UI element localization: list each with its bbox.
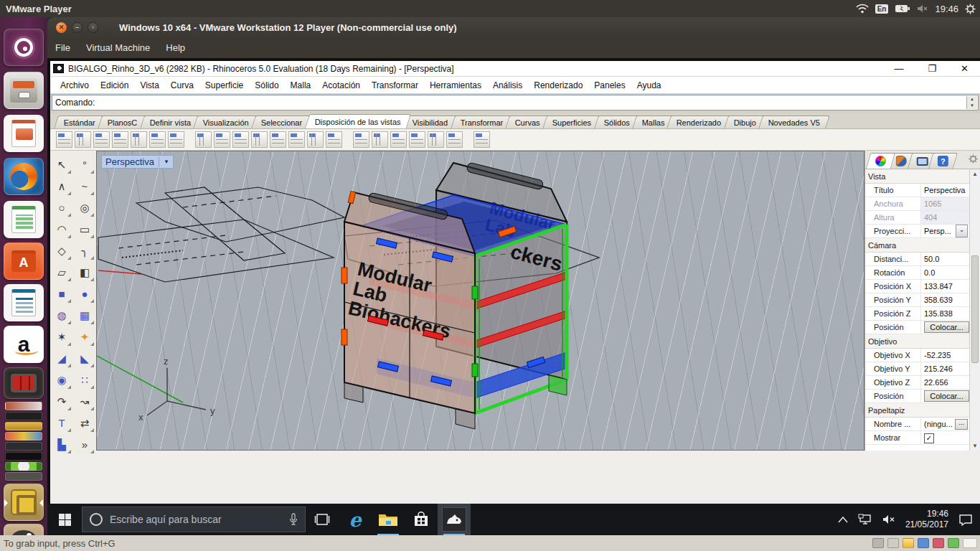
palette-tool-icon[interactable]: ◠ <box>52 220 72 239</box>
property-row[interactable]: Mostrar <box>865 431 969 445</box>
launcher-ubuntu-dash-icon[interactable] <box>4 29 44 66</box>
palette-tool-icon[interactable]: ∧ <box>52 176 72 196</box>
toolbar-icon[interactable] <box>251 131 268 148</box>
rhino-taskbar-icon[interactable] <box>438 504 471 535</box>
toolbar-icon[interactable] <box>353 131 369 148</box>
toolbar-tab[interactable]: Definir vista <box>140 116 201 128</box>
palette-tool-icon[interactable]: ○ <box>52 198 72 217</box>
panel-tab-help[interactable]: ? <box>928 153 958 169</box>
property-row[interactable]: Nombre ...(ningu... <box>865 418 969 431</box>
rhino-menu-item[interactable]: Edición <box>95 78 134 93</box>
toolbar-icon[interactable] <box>149 131 166 148</box>
property-row[interactable]: Anchura1065 <box>865 197 969 211</box>
scroll-down-arrow-icon[interactable]: ▼ <box>970 443 980 449</box>
palette-tool-icon[interactable]: ╮ <box>75 241 95 260</box>
property-row[interactable]: Rotación0.0 <box>865 266 969 280</box>
toolbar-tab[interactable]: Renderizado <box>666 116 731 128</box>
property-row[interactable]: Altura404 <box>865 211 969 225</box>
palette-tool-icon[interactable]: ↷ <box>52 392 72 411</box>
store-taskbar-icon[interactable] <box>405 504 438 535</box>
palette-tool-icon[interactable]: ◍ <box>52 306 72 325</box>
launcher-stacked-app-icon[interactable] <box>5 442 42 451</box>
volume-muted-icon[interactable] <box>917 4 928 13</box>
ubuntu-clock[interactable]: 19:46 <box>935 4 958 14</box>
indicator-icon[interactable] <box>948 538 959 548</box>
toolbar-icon[interactable] <box>326 131 342 148</box>
viewport-menu-arrow-icon[interactable]: ▼ <box>164 159 169 165</box>
rhino-minimize-button[interactable]: — <box>894 63 903 74</box>
toolbar-tab[interactable]: Transformar <box>451 116 513 128</box>
property-row[interactable]: Posición Y358.639 <box>865 293 969 307</box>
launcher-libreoffice-impress-icon[interactable] <box>4 115 44 152</box>
rhino-menu-item[interactable]: Transformar <box>366 78 424 93</box>
palette-tool-icon[interactable]: T <box>52 413 72 433</box>
indicator-display-icon[interactable] <box>918 538 929 548</box>
perspective-viewport[interactable]: Perspectiva ▼ <box>96 151 864 451</box>
rhino-menu-item[interactable]: Renderizado <box>528 78 588 93</box>
launcher-libreoffice-calc-icon[interactable] <box>4 201 44 238</box>
palette-tool-icon[interactable]: ● <box>75 284 95 303</box>
palette-tool-icon[interactable]: ◎ <box>75 198 95 217</box>
property-row[interactable]: Objetivo Y215.246 <box>865 362 969 376</box>
keyboard-layout-indicator[interactable]: En <box>875 4 889 14</box>
panel-gear-icon[interactable] <box>969 154 978 166</box>
toolbar-tab[interactable]: Seleccionar <box>251 116 312 128</box>
palette-tool-icon[interactable]: ▱ <box>52 263 72 282</box>
viewport-title[interactable]: Perspectiva ▼ <box>101 155 174 169</box>
indicator-icon[interactable] <box>872 538 884 548</box>
toolbar-icon[interactable] <box>232 131 249 148</box>
palette-tool-icon[interactable]: ° <box>75 155 95 174</box>
rhino-menu-item[interactable]: Malla <box>285 78 317 93</box>
property-row[interactable]: Proyecci...Persp... <box>865 225 969 238</box>
toolbar-icon[interactable] <box>288 131 305 148</box>
toolbar-tab[interactable]: Superficies <box>542 116 601 128</box>
rhino-menu-item[interactable]: Sólido <box>249 78 284 93</box>
palette-tool-icon[interactable]: ✦ <box>75 327 95 347</box>
file-explorer-taskbar-icon[interactable] <box>372 504 405 535</box>
rhino-menu-item[interactable]: Superficie <box>199 78 249 93</box>
rhino-menu-item[interactable]: Vista <box>134 78 164 93</box>
rhino-menu-item[interactable]: Ayuda <box>631 78 667 93</box>
launcher-stacked-app-icon[interactable] <box>5 452 42 461</box>
wifi-icon[interactable] <box>856 4 869 14</box>
property-row[interactable]: PosiciónColocar... <box>865 390 969 403</box>
palette-tool-icon[interactable]: ◢ <box>52 349 72 368</box>
battery-icon[interactable] <box>895 4 910 13</box>
palette-tool-icon[interactable]: ▭ <box>75 220 95 239</box>
property-row[interactable]: Objetivo Z22.656 <box>865 376 969 390</box>
launcher-stacked-app-icon[interactable] <box>5 402 42 410</box>
volume-tray-icon[interactable] <box>882 514 895 524</box>
rhino-menu-item[interactable]: Archivo <box>55 78 95 93</box>
palette-tool-icon[interactable]: ↖ <box>52 155 72 174</box>
rhino-menu-item[interactable]: Herramientas <box>424 78 487 93</box>
toolbar-icon[interactable] <box>75 131 91 148</box>
toolbar-tab[interactable]: Visibilidad <box>402 116 458 128</box>
toolbar-icon[interactable] <box>195 131 212 148</box>
scroll-up-arrow-icon[interactable]: ▲ <box>970 171 980 177</box>
launcher-files-icon[interactable] <box>4 72 44 109</box>
window-maximize-button[interactable]: ▫ <box>88 22 98 33</box>
toolbar-tab[interactable]: Disposición de las vistas <box>304 114 410 128</box>
toolbar-icon[interactable] <box>214 131 230 148</box>
toolbar-icon[interactable] <box>428 131 444 148</box>
rhino-menu-item[interactable]: Curva <box>165 78 199 93</box>
toolbar-icon[interactable] <box>446 131 463 148</box>
palette-tool-icon[interactable]: ■ <box>52 284 72 303</box>
property-row[interactable]: Posición X133.847 <box>865 280 969 293</box>
network-tray-icon[interactable] <box>858 514 872 525</box>
palette-tool-icon[interactable]: ✶ <box>52 327 72 347</box>
vmware-menu-item[interactable]: File <box>47 39 78 56</box>
palette-tool-icon[interactable]: ⇄ <box>75 413 95 433</box>
rhino-menu-item[interactable]: Paneles <box>588 78 631 93</box>
indicator-folder-icon[interactable] <box>903 538 914 548</box>
toolbar-icon[interactable] <box>372 131 388 148</box>
rhino-menu-item[interactable]: Análisis <box>487 78 528 93</box>
palette-tool-icon[interactable]: ▦ <box>75 306 95 325</box>
palette-tool-icon[interactable]: ◉ <box>52 370 72 390</box>
launcher-stacked-app-icon[interactable] <box>5 412 42 420</box>
toolbar-icon[interactable] <box>270 131 286 148</box>
rhino-titlebar[interactable]: BIGALGO_Rinho_3D_v6 (2982 KB) - Rhinocer… <box>50 61 980 77</box>
scrollbar-thumb[interactable] <box>971 255 979 363</box>
launcher-libreoffice-writer-icon[interactable] <box>4 284 44 321</box>
toolbar-icon[interactable] <box>112 131 128 148</box>
